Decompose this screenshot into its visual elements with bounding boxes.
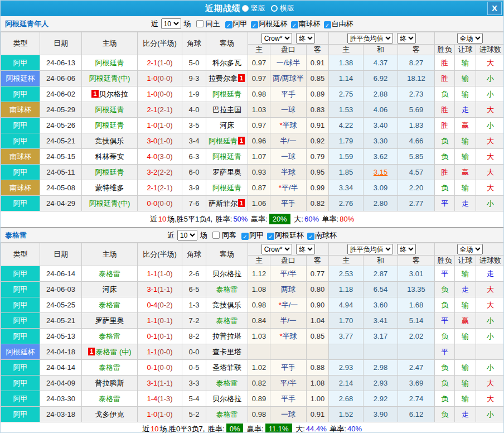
- corner-cell: 7-6: [182, 196, 206, 211]
- odds-link[interactable]: 3.15: [374, 168, 387, 176]
- vertical-radio-label[interactable]: 竖版: [251, 3, 265, 13]
- odds-value: 3.34: [339, 184, 353, 192]
- league-checkbox[interactable]: ✓: [307, 233, 314, 240]
- same-venue-checkbox[interactable]: [196, 20, 203, 27]
- score-cell: 1-1(0-0): [138, 344, 182, 360]
- team-name: 泰格雷: [99, 332, 120, 340]
- recent-results-panel: 近期战绩 竖版 横版 X 阿根廷青年人 近 10 场 同主 ✓阿甲✓阿根廷杯✓南…: [0, 0, 504, 433]
- league-checkbox[interactable]: ✓: [251, 21, 258, 28]
- final-wdl-select[interactable]: 终: [397, 33, 416, 44]
- league-checkbox[interactable]: ✓: [324, 21, 331, 28]
- goals-result-cell: 小: [476, 118, 504, 133]
- handicap-text: 两球: [281, 285, 295, 294]
- final-odds-select[interactable]: 终: [296, 244, 315, 254]
- match-row: 阿甲24-05-26阿根廷青1-0(1-0)3-5河床0.97*半球0.914.…: [1, 118, 504, 133]
- home-team-cell: 阿根廷青: [82, 102, 138, 118]
- handicap-cell: 平手: [270, 391, 307, 407]
- away-team-cell: 查卡里塔: [206, 344, 248, 360]
- goals-result-cell: 大: [476, 149, 504, 165]
- league-checkbox[interactable]: ✓: [225, 21, 232, 28]
- match-date-cell: 24-05-15: [40, 149, 82, 165]
- halftime-score: (0-2): [157, 301, 172, 309]
- match-type-cell: 阿甲: [1, 297, 40, 313]
- same-venue-label: 同客: [222, 230, 236, 240]
- result-cell: 负: [435, 297, 455, 313]
- handicap-result-cell: [455, 344, 476, 360]
- score-cell: 2-1(2-1): [138, 180, 182, 196]
- away-team-cell: 泰格雷: [206, 407, 248, 422]
- col-home: 主场: [82, 243, 138, 266]
- score-cell: 3-1(1-1): [138, 282, 182, 297]
- away-team-cell: 阿根廷青: [206, 149, 248, 165]
- handicap-cell: 一球: [270, 407, 307, 422]
- fulltime-select[interactable]: 全场: [457, 33, 483, 44]
- league-checkbox[interactable]: ✓: [241, 233, 249, 240]
- match-row: 阿甲24-06-13阿根廷青2-1(1-0)5-0科尔多瓦0.97一/球半0.9…: [1, 55, 504, 71]
- crow-home-odds: 0.98: [248, 407, 270, 422]
- halftime-score: (0-0): [157, 363, 172, 372]
- wdl-avg-select[interactable]: 胜平负均值: [347, 33, 393, 44]
- team-name: 泰格雷: [216, 285, 238, 294]
- halftime-score: (0-0): [157, 74, 172, 83]
- crow-home-odds: 0.97: [248, 71, 270, 86]
- league-checkbox[interactable]: ✓: [291, 21, 298, 28]
- fulltime-score: 3-0: [147, 137, 157, 145]
- away-team-cell: 圣塔菲联: [206, 360, 248, 376]
- avg-draw-odds: 4.06: [364, 102, 398, 118]
- odds-value: 1.59: [339, 152, 353, 161]
- team-name: 泰格雷: [99, 363, 120, 372]
- odds-value: 3.69: [409, 379, 423, 387]
- fulltime-score: 0-4: [147, 301, 157, 309]
- fulltime-score: 2-1: [147, 59, 157, 67]
- avg-draw-odds: 2.88: [364, 86, 398, 102]
- home-team-cell: 阿根廷青(中): [82, 196, 138, 211]
- match-count-select[interactable]: 10: [161, 18, 181, 29]
- horizontal-radio-label[interactable]: 横版: [280, 3, 294, 13]
- handicap-result-cell: 输: [455, 180, 476, 196]
- handicap-cell: 两球: [270, 282, 307, 297]
- odds-value: 3.90: [374, 410, 387, 418]
- league-label: 阿根廷杯: [259, 20, 288, 28]
- same-venue-checkbox[interactable]: [212, 232, 220, 239]
- final-wdl-select[interactable]: 终: [397, 244, 416, 254]
- team-name: 阿根廷青: [95, 168, 124, 176]
- avg-draw-odds: 2.98: [364, 360, 398, 376]
- result-cell: 胜: [435, 118, 455, 133]
- wdl-avg-select[interactable]: 胜平负均值: [347, 244, 393, 254]
- match-type-cell: 阿甲: [1, 376, 40, 391]
- score-cell: 1-0(1-0): [138, 407, 182, 422]
- match-count-select[interactable]: 10: [177, 230, 197, 240]
- crow-away-odds: 0.92: [307, 133, 329, 149]
- close-button[interactable]: X: [487, 2, 502, 15]
- match-row: 阿甲24-05-21竞技俱乐3-0(1-0)3-4阿根廷青10.96半/一0.9…: [1, 133, 504, 149]
- score-cell: 1-1(0-1): [138, 313, 182, 329]
- final-odds-select[interactable]: 终: [296, 33, 315, 44]
- goals-result-cell: 大: [476, 297, 504, 313]
- col-goals: 进球数: [476, 256, 504, 266]
- team-name: 戈多伊克: [95, 410, 124, 418]
- bookmaker-select[interactable]: Crow*: [261, 33, 292, 44]
- result-cell: 胜: [435, 102, 455, 118]
- odds-value: 2.73: [409, 90, 423, 98]
- summary-segment: 大:: [294, 425, 305, 433]
- handicap-cell: 一球: [270, 102, 307, 118]
- match-row: 阿甲24-03-30泰格雷1-4(1-3)5-4贝尔格拉0.89平手1.002.…: [1, 391, 504, 407]
- team-name: 贝尔格拉: [99, 90, 128, 98]
- handicap-result-cell: 输: [455, 86, 476, 102]
- odds-value: 3.77: [339, 332, 353, 340]
- handicap-cell: 平/半: [270, 376, 307, 391]
- score-cell: 2-1(1-0): [138, 55, 182, 71]
- avg-away-odds: 2.73: [398, 86, 435, 102]
- corner-cell: 2-6: [182, 266, 206, 282]
- league-checkbox[interactable]: ✓: [267, 233, 274, 240]
- score-cell: 0-1(0-1): [138, 329, 182, 344]
- avg-home-odds: 1.14: [329, 71, 364, 86]
- horizontal-radio-icon[interactable]: [271, 5, 278, 12]
- fulltime-select[interactable]: 全场: [457, 244, 483, 254]
- team-name: 萨斯菲尔: [209, 199, 238, 208]
- vertical-radio-icon[interactable]: [242, 5, 249, 12]
- halftime-score: (3-0): [157, 152, 172, 161]
- match-date-cell: 24-05-21: [40, 313, 82, 329]
- bookmaker-select[interactable]: Crow*: [261, 244, 292, 254]
- crow-away-odds: 0.99: [307, 180, 329, 196]
